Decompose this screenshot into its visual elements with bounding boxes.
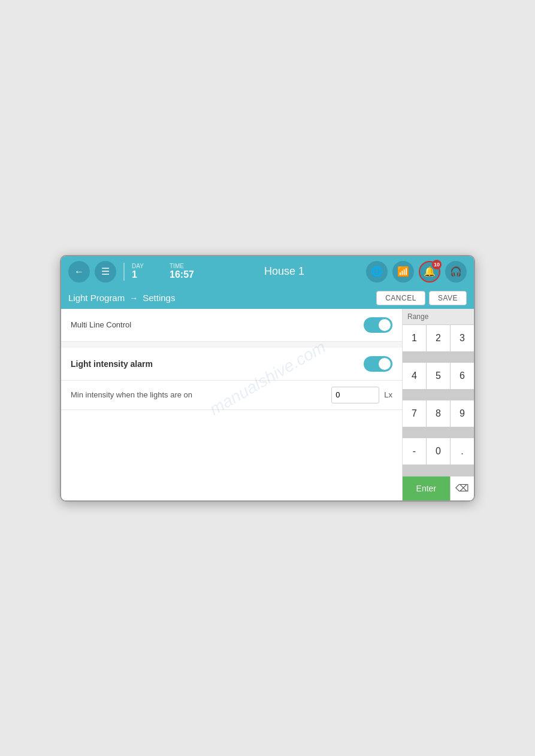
numpad-grid: 1 2 3 4 5 6 7 8 9 - 0 . (403, 325, 474, 476)
intensity-toggle-slider (364, 356, 392, 372)
header-icons: 🌐 📶 🔔 10 🎧 (366, 261, 467, 283)
main-content: Multi Line Control Light intensity alarm… (61, 309, 474, 500)
intensity-alarm-row: Light intensity alarm (61, 348, 402, 381)
header: ← ☰ DAY 1 TIME 16:57 House 1 🌐 📶 🔔 10 (61, 256, 474, 287)
numpad-key-2[interactable]: 2 (427, 325, 450, 351)
multi-line-row: Multi Line Control (61, 309, 402, 342)
breadcrumb-light-program: Light Program (68, 293, 125, 303)
breadcrumb-settings: Settings (143, 293, 175, 303)
numpad-key-6[interactable]: 6 (451, 363, 474, 389)
numpad-key-1[interactable]: 1 (403, 325, 426, 351)
empty-space (61, 410, 402, 482)
multi-line-toggle[interactable] (364, 317, 392, 333)
backspace-button[interactable]: ⌫ (451, 476, 474, 500)
headset-button[interactable]: 🎧 (445, 261, 467, 283)
numpad: Range 1 2 3 4 5 6 7 8 9 - 0 . Enter ⌫ (402, 309, 474, 500)
breadcrumb-actions: CANCEL SAVE (376, 291, 467, 305)
numpad-key-5[interactable]: 5 (427, 363, 450, 389)
time-value: 16:57 (170, 269, 202, 280)
numpad-key-minus[interactable]: - (403, 438, 426, 464)
min-intensity-label: Min intensity when the lights are on (71, 390, 327, 399)
numpad-key-dot[interactable]: . (451, 438, 474, 464)
headset-icon: 🎧 (450, 266, 462, 277)
intensity-alarm-label: Light intensity alarm (71, 359, 153, 369)
menu-icon: ☰ (101, 266, 110, 277)
backspace-icon: ⌫ (455, 482, 469, 494)
menu-button[interactable]: ☰ (95, 261, 116, 283)
globe-button[interactable]: 🌐 (366, 261, 388, 283)
unit-label: Lx (384, 390, 392, 399)
settings-panel: Multi Line Control Light intensity alarm… (61, 309, 402, 500)
globe-icon: 🌐 (371, 266, 383, 277)
back-icon: ← (74, 266, 84, 277)
time-label: TIME (170, 263, 202, 269)
numpad-key-0[interactable]: 0 (427, 438, 450, 464)
toggle-slider (364, 317, 392, 333)
wifi-icon: 📶 (397, 266, 409, 277)
multi-line-label: Multi Line Control (71, 320, 131, 329)
breadcrumb: Light Program → Settings (68, 293, 175, 303)
wifi-button[interactable]: 📶 (392, 261, 414, 283)
enter-button[interactable]: Enter (403, 476, 450, 500)
section-separator (61, 342, 402, 348)
min-intensity-input[interactable] (331, 387, 379, 403)
intensity-alarm-toggle[interactable] (364, 356, 392, 372)
cancel-button[interactable]: CANCEL (376, 291, 425, 305)
numpad-range: Range (403, 309, 474, 325)
min-intensity-row: Min intensity when the lights are on Lx (61, 381, 402, 410)
notification-badge: 10 (432, 260, 442, 269)
header-divider (123, 263, 125, 281)
day-value: 1 (132, 269, 165, 280)
notification-button[interactable]: 🔔 10 (419, 261, 440, 283)
save-button[interactable]: SAVE (429, 291, 467, 305)
day-display: DAY 1 (132, 263, 165, 280)
breadcrumb-bar: Light Program → Settings CANCEL SAVE (61, 287, 474, 309)
numpad-key-7[interactable]: 7 (403, 400, 426, 427)
numpad-bottom: Enter ⌫ (403, 476, 474, 500)
header-title: House 1 (207, 265, 361, 278)
numpad-key-3[interactable]: 3 (451, 325, 474, 351)
day-label: DAY (132, 263, 165, 269)
numpad-key-9[interactable]: 9 (451, 400, 474, 427)
breadcrumb-arrow: → (129, 293, 138, 303)
time-display: TIME 16:57 (170, 263, 202, 280)
numpad-key-8[interactable]: 8 (427, 400, 450, 427)
back-button[interactable]: ← (68, 261, 90, 283)
numpad-key-4[interactable]: 4 (403, 363, 426, 389)
